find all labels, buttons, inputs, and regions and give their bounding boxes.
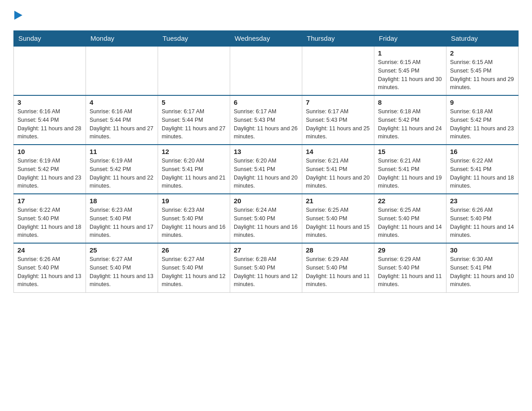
day-info: Sunrise: 6:25 AMSunset: 5:40 PMDaylight:… <box>306 206 370 240</box>
day-number: 27 <box>234 246 298 254</box>
table-row: 23Sunrise: 6:26 AMSunset: 5:40 PMDayligh… <box>446 194 519 243</box>
day-number: 26 <box>162 246 226 254</box>
day-number: 9 <box>450 98 515 106</box>
day-number: 12 <box>162 148 226 155</box>
day-number: 21 <box>306 197 370 205</box>
table-row: 6Sunrise: 6:17 AMSunset: 5:43 PMDaylight… <box>230 95 302 145</box>
table-row: 11Sunrise: 6:19 AMSunset: 5:42 PMDayligh… <box>86 145 158 194</box>
table-row: 19Sunrise: 6:23 AMSunset: 5:40 PMDayligh… <box>158 194 230 243</box>
day-number: 20 <box>234 197 298 205</box>
table-row: 8Sunrise: 6:18 AMSunset: 5:42 PMDaylight… <box>374 95 446 145</box>
day-number: 4 <box>90 98 154 106</box>
day-info: Sunrise: 6:19 AMSunset: 5:42 PMDaylight:… <box>90 157 154 190</box>
logo-arrow-icon <box>14 9 24 21</box>
day-info: Sunrise: 6:16 AMSunset: 5:44 PMDaylight:… <box>90 107 154 141</box>
day-number: 6 <box>234 98 298 106</box>
header-sunday: Sunday <box>14 31 86 47</box>
calendar-table: Sunday Monday Tuesday Wednesday Thursday… <box>13 30 519 293</box>
day-number: 5 <box>162 98 226 106</box>
header-saturday: Saturday <box>446 31 519 47</box>
day-number: 29 <box>378 246 442 254</box>
table-row: 5Sunrise: 6:17 AMSunset: 5:44 PMDaylight… <box>158 95 230 145</box>
calendar-week-row: 17Sunrise: 6:22 AMSunset: 5:40 PMDayligh… <box>14 194 519 243</box>
day-number: 10 <box>17 148 82 155</box>
day-info: Sunrise: 6:21 AMSunset: 5:41 PMDaylight:… <box>306 157 370 190</box>
table-row: 12Sunrise: 6:20 AMSunset: 5:41 PMDayligh… <box>158 145 230 194</box>
table-row: 10Sunrise: 6:19 AMSunset: 5:42 PMDayligh… <box>14 145 86 194</box>
day-number: 18 <box>90 197 154 205</box>
calendar-week-row: 24Sunrise: 6:26 AMSunset: 5:40 PMDayligh… <box>14 243 519 292</box>
table-row <box>158 46 230 95</box>
table-row: 28Sunrise: 6:29 AMSunset: 5:40 PMDayligh… <box>302 243 374 292</box>
table-row: 26Sunrise: 6:27 AMSunset: 5:40 PMDayligh… <box>158 243 230 292</box>
day-number: 8 <box>378 98 442 106</box>
table-row: 18Sunrise: 6:23 AMSunset: 5:40 PMDayligh… <box>86 194 158 243</box>
calendar-week-row: 1Sunrise: 6:15 AMSunset: 5:45 PMDaylight… <box>14 46 519 95</box>
header-friday: Friday <box>374 31 446 47</box>
day-number: 28 <box>306 246 370 254</box>
table-row: 20Sunrise: 6:24 AMSunset: 5:40 PMDayligh… <box>230 194 302 243</box>
day-info: Sunrise: 6:29 AMSunset: 5:40 PMDaylight:… <box>306 255 370 289</box>
table-row: 2Sunrise: 6:15 AMSunset: 5:45 PMDaylight… <box>446 46 519 95</box>
svg-marker-0 <box>14 11 22 20</box>
table-row: 22Sunrise: 6:25 AMSunset: 5:40 PMDayligh… <box>374 194 446 243</box>
day-number: 22 <box>378 197 442 205</box>
day-number: 19 <box>162 197 226 205</box>
table-row: 7Sunrise: 6:17 AMSunset: 5:43 PMDaylight… <box>302 95 374 145</box>
logo <box>13 9 24 21</box>
calendar-week-row: 3Sunrise: 6:16 AMSunset: 5:44 PMDaylight… <box>14 95 519 145</box>
header-wednesday: Wednesday <box>230 31 302 47</box>
table-row: 1Sunrise: 6:15 AMSunset: 5:45 PMDaylight… <box>374 46 446 95</box>
day-info: Sunrise: 6:15 AMSunset: 5:45 PMDaylight:… <box>450 58 515 92</box>
table-row: 13Sunrise: 6:20 AMSunset: 5:41 PMDayligh… <box>230 145 302 194</box>
day-info: Sunrise: 6:18 AMSunset: 5:42 PMDaylight:… <box>450 107 515 141</box>
page-header <box>13 9 519 21</box>
day-number: 23 <box>450 197 515 205</box>
header-tuesday: Tuesday <box>158 31 230 47</box>
table-row <box>302 46 374 95</box>
header-thursday: Thursday <box>302 31 374 47</box>
weekday-header-row: Sunday Monday Tuesday Wednesday Thursday… <box>14 31 519 47</box>
header-monday: Monday <box>86 31 158 47</box>
table-row: 15Sunrise: 6:21 AMSunset: 5:41 PMDayligh… <box>374 145 446 194</box>
table-row: 16Sunrise: 6:22 AMSunset: 5:41 PMDayligh… <box>446 145 519 194</box>
day-info: Sunrise: 6:15 AMSunset: 5:45 PMDaylight:… <box>378 58 442 92</box>
day-info: Sunrise: 6:27 AMSunset: 5:40 PMDaylight:… <box>162 255 226 289</box>
table-row: 24Sunrise: 6:26 AMSunset: 5:40 PMDayligh… <box>14 243 86 292</box>
day-info: Sunrise: 6:21 AMSunset: 5:41 PMDaylight:… <box>378 157 442 190</box>
table-row: 25Sunrise: 6:27 AMSunset: 5:40 PMDayligh… <box>86 243 158 292</box>
day-number: 25 <box>90 246 154 254</box>
table-row <box>86 46 158 95</box>
day-number: 14 <box>306 148 370 155</box>
day-number: 30 <box>450 246 515 254</box>
table-row <box>230 46 302 95</box>
table-row: 14Sunrise: 6:21 AMSunset: 5:41 PMDayligh… <box>302 145 374 194</box>
day-number: 16 <box>450 148 515 155</box>
day-number: 13 <box>234 148 298 155</box>
table-row: 27Sunrise: 6:28 AMSunset: 5:40 PMDayligh… <box>230 243 302 292</box>
day-number: 2 <box>450 49 515 57</box>
table-row: 4Sunrise: 6:16 AMSunset: 5:44 PMDaylight… <box>86 95 158 145</box>
day-info: Sunrise: 6:24 AMSunset: 5:40 PMDaylight:… <box>234 206 298 240</box>
day-info: Sunrise: 6:23 AMSunset: 5:40 PMDaylight:… <box>90 206 154 240</box>
calendar-week-row: 10Sunrise: 6:19 AMSunset: 5:42 PMDayligh… <box>14 145 519 194</box>
day-number: 17 <box>17 197 82 205</box>
day-info: Sunrise: 6:26 AMSunset: 5:40 PMDaylight:… <box>450 206 515 240</box>
day-number: 1 <box>378 49 442 57</box>
day-number: 11 <box>90 148 154 155</box>
table-row: 3Sunrise: 6:16 AMSunset: 5:44 PMDaylight… <box>14 95 86 145</box>
day-number: 15 <box>378 148 442 155</box>
day-info: Sunrise: 6:20 AMSunset: 5:41 PMDaylight:… <box>234 157 298 190</box>
day-info: Sunrise: 6:17 AMSunset: 5:44 PMDaylight:… <box>162 107 226 141</box>
table-row <box>14 46 86 95</box>
day-info: Sunrise: 6:22 AMSunset: 5:40 PMDaylight:… <box>17 206 82 240</box>
day-info: Sunrise: 6:23 AMSunset: 5:40 PMDaylight:… <box>162 206 226 240</box>
table-row: 30Sunrise: 6:30 AMSunset: 5:41 PMDayligh… <box>446 243 519 292</box>
day-info: Sunrise: 6:16 AMSunset: 5:44 PMDaylight:… <box>17 107 82 141</box>
day-number: 3 <box>17 98 82 106</box>
day-number: 7 <box>306 98 370 106</box>
day-info: Sunrise: 6:17 AMSunset: 5:43 PMDaylight:… <box>306 107 370 141</box>
table-row: 29Sunrise: 6:29 AMSunset: 5:40 PMDayligh… <box>374 243 446 292</box>
day-info: Sunrise: 6:25 AMSunset: 5:40 PMDaylight:… <box>378 206 442 240</box>
day-info: Sunrise: 6:18 AMSunset: 5:42 PMDaylight:… <box>378 107 442 141</box>
